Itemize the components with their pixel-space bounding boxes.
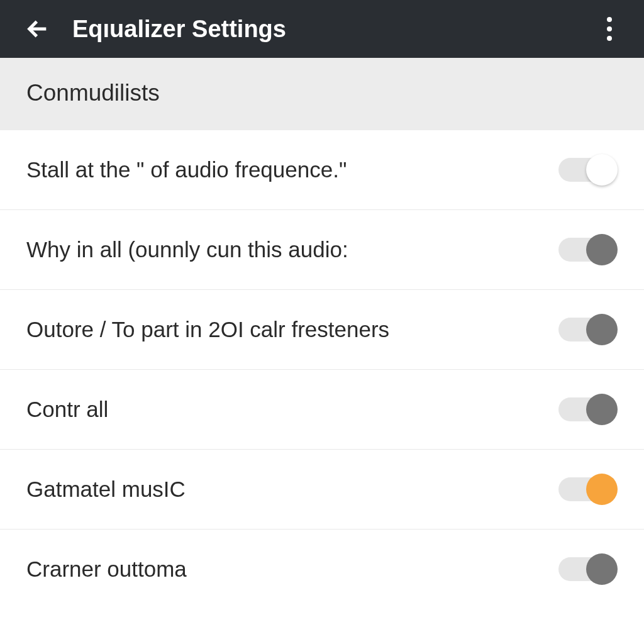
toggle-thumb	[586, 154, 618, 186]
list-item[interactable]: Why in all (ounnly cun this audio:	[0, 210, 644, 290]
section-header-label: Conmudilists	[26, 80, 618, 106]
toggle-switch[interactable]	[558, 314, 618, 345]
toggle-thumb	[586, 553, 618, 585]
toggle-thumb	[586, 314, 618, 345]
toggle-switch[interactable]	[558, 394, 618, 425]
list-item[interactable]: Contr all	[0, 370, 644, 450]
list-item[interactable]: Outore / To part in 2OI calr fresteners	[0, 290, 644, 370]
list-item-label: Outore / To part in 2OI calr fresteners	[26, 314, 389, 344]
toggle-thumb	[586, 474, 618, 505]
list-item-label: Crarner outtoma	[26, 554, 187, 584]
more-vert-icon	[607, 17, 612, 22]
overflow-menu-button[interactable]	[597, 13, 622, 45]
arrow-left-icon	[25, 16, 50, 42]
list-item[interactable]: Gatmatel musIC	[0, 450, 644, 530]
app-bar: Eqıualizer Settings	[0, 0, 644, 58]
list-item-label: Why in all (ounnly cun this audio:	[26, 235, 348, 264]
list-item[interactable]: Stall at the " of audio frequence."	[0, 130, 644, 210]
toggle-switch[interactable]	[558, 234, 618, 265]
toggle-thumb	[586, 394, 618, 425]
toggle-thumb	[586, 234, 618, 265]
back-button[interactable]	[22, 13, 53, 45]
settings-list: Stall at the " of audio frequence." Why …	[0, 130, 644, 609]
toggle-switch[interactable]	[558, 474, 618, 505]
page-title: Eqıualizer Settings	[72, 16, 286, 43]
list-item[interactable]: Crarner outtoma	[0, 530, 644, 609]
toggle-switch[interactable]	[558, 553, 618, 585]
more-vert-icon	[607, 26, 612, 31]
list-item-label: Stall at the " of audio frequence."	[26, 155, 347, 184]
toggle-switch[interactable]	[558, 154, 618, 186]
list-item-label: Gatmatel musIC	[26, 474, 186, 504]
more-vert-icon	[607, 36, 612, 41]
list-item-label: Contr all	[26, 394, 108, 424]
section-header: Conmudilists	[0, 58, 644, 130]
